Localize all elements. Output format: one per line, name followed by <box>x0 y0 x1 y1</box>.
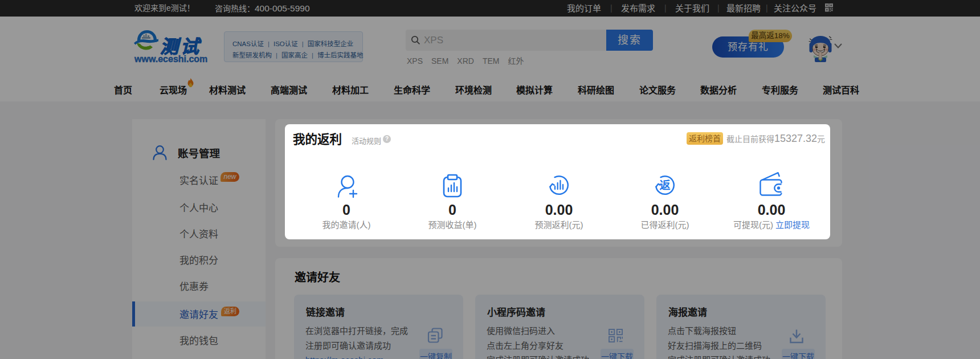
svg-text:返: 返 <box>659 180 670 191</box>
